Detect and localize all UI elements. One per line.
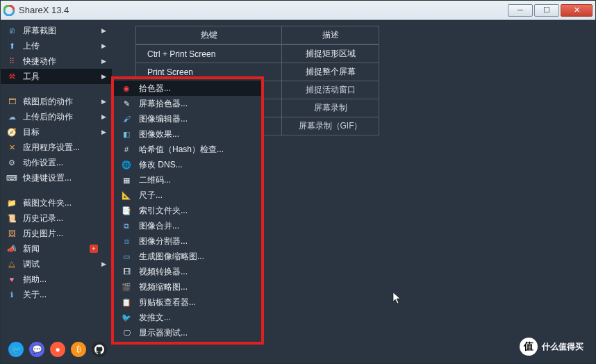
submenu-item-icon: 🎞 [121,267,132,276]
submenu-item-icon: # [121,144,132,154]
sidebar-item-label: 关于... [23,289,106,301]
submenu-item-label: 索引文件夹... [139,205,188,217]
header-hotkey[interactable]: 热键 [136,26,282,45]
sidebar-item[interactable]: ♥ 捐助... [1,272,112,287]
social-icon[interactable]: ₿ [71,342,86,357]
sidebar-item-label: 动作设置... [23,157,106,169]
submenu-item[interactable]: ◉ 拾色器... [114,81,261,96]
close-button[interactable]: ✕ [561,4,593,17]
titlebar[interactable]: ShareX 13.4 ─ ☐ ✕ [1,1,595,20]
sidebar-item-icon: 📜 [6,213,17,223]
social-icon[interactable]: ● [50,342,65,357]
submenu-item-label: 视频缩略图... [139,281,188,293]
submenu-item-label: 屏幕拾色器... [139,98,188,110]
window-controls: ─ ☐ ✕ [508,4,593,17]
sidebar-item[interactable]: 🧭 目标 ▶ [1,124,112,140]
sidebar-item-icon: 🗔 [6,97,17,106]
sidebar-item[interactable]: ⧋ 调试 ▶ [1,256,112,272]
sidebar-item-icon: ⚙ [6,158,17,167]
sidebar-item-icon: 🛠 [6,72,17,81]
sidebar-item-label: 截图后的动作 [23,96,101,108]
chevron-right-icon: ▶ [101,27,106,34]
sidebar-item[interactable]: ⎚ 屏幕截图 ▶ [1,23,112,38]
chevron-right-icon: ▶ [101,42,106,49]
sidebar-item-label: 历史图片... [23,228,106,240]
submenu-item[interactable]: ⧉ 图像合并... [114,218,261,233]
submenu-item[interactable]: 🎬 视频缩略图... [114,279,261,295]
sidebar-item-label: 历史记录... [23,213,106,224]
minimize-button[interactable]: ─ [508,4,533,17]
submenu-item-label: 生成图像缩略图... [139,251,204,263]
sidebar-item[interactable]: ⬆ 上传 ▶ [1,38,112,53]
submenu-item[interactable]: 🖵 显示器测试... [114,325,261,340]
sidebar-item[interactable]: ⚙ 动作设置... [1,155,112,170]
sidebar-item-icon: ✕ [6,142,17,152]
sidebar-item[interactable]: ⠿ 快捷动作 ▶ [1,53,112,69]
submenu-item[interactable]: # 哈希值（Hash）检查... [114,142,261,157]
submenu-item[interactable]: 📐 尺子... [114,188,261,203]
sidebar-item-label: 快捷键设置... [23,172,106,184]
submenu-item-label: 视频转换器... [139,266,188,278]
submenu-item[interactable]: 📑 索引文件夹... [114,203,261,218]
submenu-item-label: 发推文... [139,312,171,324]
submenu-item[interactable]: 🐦 发推文... [114,310,261,325]
submenu-item[interactable]: 🖌 图像编辑器... [114,111,261,126]
submenu-item-icon: ⧈ [121,236,132,246]
sidebar-item-label: 调试 [23,258,101,270]
submenu-item-icon: 🐦 [121,313,132,322]
submenu-item-icon: ⧉ [121,221,132,231]
submenu-item[interactable]: 📋 剪贴板查看器... [114,295,261,310]
sidebar-item[interactable]: ☁ 上传后的动作 ▶ [1,109,112,124]
submenu-item[interactable]: 🎞 视频转换器... [114,264,261,279]
table-row[interactable]: Ctrl + Print Screen 捕捉矩形区域 [136,44,379,63]
submenu-item-label: 图像编辑器... [139,113,188,125]
sidebar-item-label: 上传 [23,40,101,52]
submenu-item-icon: 📑 [121,206,132,215]
sidebar-item[interactable]: 🛠 工具 ▶ [1,69,112,84]
submenu-item[interactable]: 🌐 修改 DNS... [114,157,261,172]
sidebar-item-label: 应用程序设置... [23,142,106,154]
sidebar-item-icon: 📁 [6,198,17,208]
submenu-item-label: 显示器测试... [139,327,188,339]
footer-social: 🐦💬●₿ [8,342,107,357]
submenu-item-icon: 📋 [121,297,132,307]
content-area: ⎚ 屏幕截图 ▶⬆ 上传 ▶⠿ 快捷动作 ▶🛠 工具 ▶🗔 截图后的动作 ▶☁ … [1,20,595,363]
sidebar-item[interactable]: ⌨ 快捷键设置... [1,170,112,185]
sidebar: ⎚ 屏幕截图 ▶⬆ 上传 ▶⠿ 快捷动作 ▶🛠 工具 ▶🗔 截图后的动作 ▶☁ … [1,20,112,363]
sidebar-item[interactable]: 📁 截图文件夹... [1,195,112,210]
submenu-item-label: 尺子... [139,190,163,201]
sidebar-item[interactable]: 📜 历史记录... [1,210,112,226]
submenu-item[interactable]: ✎ 屏幕拾色器... [114,96,261,111]
submenu-item-icon: 🖵 [121,328,132,338]
submenu-item[interactable]: ◧ 图像效果... [114,126,261,142]
sidebar-item[interactable]: ✕ 应用程序设置... [1,140,112,155]
submenu-item[interactable]: ⧈ 图像分割器... [114,233,261,249]
app-logo-icon [3,5,15,16]
social-icon[interactable] [92,342,107,357]
sidebar-item[interactable]: ℹ 关于... [1,287,112,302]
sidebar-item-label: 屏幕截图 [23,25,101,37]
sidebar-item[interactable]: 🖼 历史图片... [1,226,112,241]
submenu-item[interactable]: ▦ 二维码... [114,172,261,188]
submenu-item-label: 哈希值（Hash）检查... [139,144,224,156]
submenu-item-icon: ✎ [121,99,132,108]
submenu-item-icon: 📐 [121,190,132,200]
cursor-icon [392,292,402,307]
sidebar-item-label: 捐助... [23,274,106,286]
submenu-item-icon: 🎬 [121,282,132,292]
social-icon[interactable]: 💬 [29,342,44,357]
tools-submenu: ◉ 拾色器...✎ 屏幕拾色器...🖌 图像编辑器...◧ 图像效果...# 哈… [111,76,264,345]
sidebar-item-icon: ⬆ [6,41,17,51]
maximize-button[interactable]: ☐ [534,4,559,17]
submenu-item[interactable]: ▭ 生成图像缩略图... [114,249,261,264]
watermark: 值 什么值得买 [520,338,583,356]
social-icon[interactable]: 🐦 [8,342,24,357]
submenu-item-icon: ▭ [121,251,132,261]
sidebar-item[interactable]: 📣 新闻 + [1,241,112,256]
sidebar-item[interactable]: 🗔 截图后的动作 ▶ [1,94,112,109]
sidebar-item-icon: ♥ [6,274,17,284]
submenu-item-label: 图像效果... [139,129,179,140]
sidebar-item-icon: 🧭 [6,127,17,137]
chevron-right-icon: ▶ [101,260,106,267]
header-desc[interactable]: 描述 [282,26,379,45]
